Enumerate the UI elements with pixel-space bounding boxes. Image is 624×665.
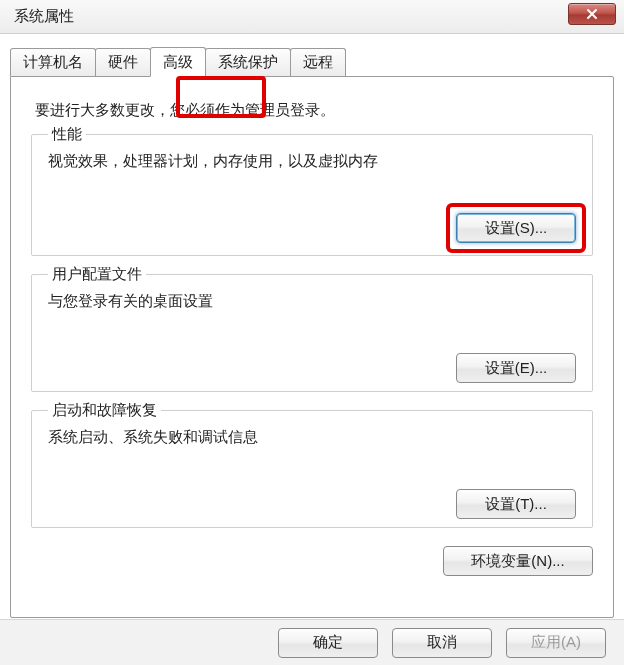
annotation-highlight-perf-button-wrap: 设置(S)... (456, 213, 576, 243)
tab-label: 计算机名 (23, 53, 83, 70)
button-label: 环境变量(N)... (471, 552, 564, 569)
cancel-button[interactable]: 取消 (392, 628, 492, 658)
group-startup-legend: 启动和故障恢复 (48, 401, 161, 420)
tab-hardware[interactable]: 硬件 (95, 48, 151, 76)
client-area: 计算机名 硬件 高级 系统保护 远程 要进行大多数更改，您必须作为管理员登录。 … (0, 34, 624, 665)
button-label: 设置(T)... (485, 495, 547, 512)
button-label: 取消 (427, 633, 457, 650)
group-profiles-desc: 与您登录有关的桌面设置 (48, 292, 576, 311)
close-icon (585, 8, 599, 20)
tabstrip: 计算机名 硬件 高级 系统保护 远程 (10, 44, 614, 76)
tab-label: 远程 (303, 53, 333, 70)
environment-variables-button[interactable]: 环境变量(N)... (443, 546, 593, 576)
button-label: 应用(A) (531, 633, 581, 650)
tab-advanced[interactable]: 高级 (150, 47, 206, 77)
close-button[interactable] (568, 3, 616, 25)
group-startup-recovery: 启动和故障恢复 系统启动、系统失败和调试信息 设置(T)... (31, 410, 593, 528)
profiles-settings-button[interactable]: 设置(E)... (456, 353, 576, 383)
environment-variables-row: 环境变量(N)... (29, 546, 595, 576)
tab-label: 高级 (163, 53, 193, 70)
button-label: 设置(E)... (485, 359, 548, 376)
apply-button[interactable]: 应用(A) (506, 628, 606, 658)
system-properties-window: 系统属性 计算机名 硬件 高级 系统保护 远程 (0, 0, 624, 665)
group-performance-legend: 性能 (48, 125, 86, 144)
tab-remote[interactable]: 远程 (290, 48, 346, 76)
button-label: 确定 (313, 633, 343, 650)
button-label: 设置(S)... (485, 219, 548, 236)
tab-system-protection[interactable]: 系统保护 (205, 48, 291, 76)
titlebar: 系统属性 (0, 0, 624, 34)
window-title: 系统属性 (14, 7, 74, 26)
tab-page-advanced: 要进行大多数更改，您必须作为管理员登录。 性能 视觉效果，处理器计划，内存使用，… (10, 76, 614, 618)
startup-settings-button[interactable]: 设置(T)... (456, 489, 576, 519)
group-performance-desc: 视觉效果，处理器计划，内存使用，以及虚拟内存 (48, 152, 576, 171)
tab-label: 硬件 (108, 53, 138, 70)
group-user-profiles: 用户配置文件 与您登录有关的桌面设置 设置(E)... (31, 274, 593, 392)
dialog-footer: 确定 取消 应用(A) (0, 619, 624, 665)
group-profiles-legend: 用户配置文件 (48, 265, 146, 284)
group-startup-desc: 系统启动、系统失败和调试信息 (48, 428, 576, 447)
group-performance: 性能 视觉效果，处理器计划，内存使用，以及虚拟内存 设置(S)... (31, 134, 593, 256)
tab-computer-name[interactable]: 计算机名 (10, 48, 96, 76)
performance-settings-button[interactable]: 设置(S)... (456, 213, 576, 243)
tab-label: 系统保护 (218, 53, 278, 70)
ok-button[interactable]: 确定 (278, 628, 378, 658)
admin-notice: 要进行大多数更改，您必须作为管理员登录。 (35, 101, 589, 120)
